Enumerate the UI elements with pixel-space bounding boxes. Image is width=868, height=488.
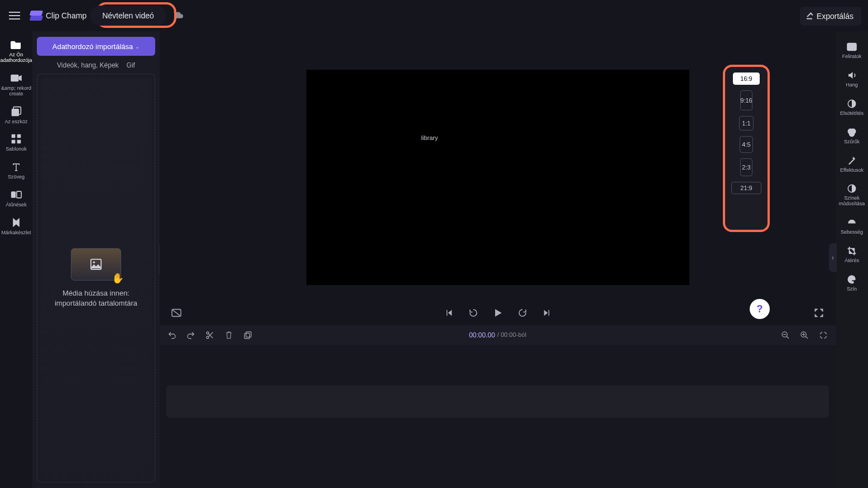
project-title-input[interactable]: Névtelen videó (90, 6, 166, 26)
sidebar-item-tools[interactable]: Az eszköz (0, 103, 32, 128)
sidebar-item-label: Átűnések (6, 202, 27, 208)
right-sidebar: › Feliratok Hang Elsötétítés Szűrők Effe… (836, 31, 868, 488)
sidebar-item-label: Az eszköz (4, 119, 27, 125)
sidebar-item-record[interactable]: &amp; rekord create (0, 69, 32, 100)
menu-button[interactable] (4, 6, 25, 26)
captions-icon (846, 41, 858, 52)
timeline-time-display: 00:00.00 / 00:00-ból (469, 331, 526, 339)
app-logo-icon (30, 11, 42, 21)
speaker-icon (846, 70, 858, 81)
svg-rect-1 (11, 75, 18, 81)
rsb-label: Hang (846, 83, 858, 88)
dropzone-thumb-icon: ✋ (71, 248, 121, 281)
svg-rect-7 (17, 140, 21, 144)
svg-rect-2 (12, 109, 19, 116)
rsb-label: Effektusok (840, 168, 864, 173)
sidebar-item-brandkit[interactable]: Márkakészlet (0, 214, 32, 239)
filters-icon (846, 127, 858, 138)
export-button[interactable]: Exportálás (800, 7, 861, 26)
speed-icon (846, 217, 858, 228)
aspect-9-16-button[interactable]: 9:16 (740, 90, 752, 110)
tag-icon (10, 217, 22, 228)
svg-rect-8 (11, 191, 16, 198)
sidebar-item-media[interactable]: Az Ön adathordozója (0, 36, 32, 67)
timeline-empty-track[interactable] (166, 385, 829, 418)
rsb-label: Átérés (845, 258, 859, 264)
rsb-item-effects[interactable]: Effektusok (836, 153, 868, 176)
svg-rect-17 (246, 332, 251, 337)
help-button[interactable]: ? (750, 299, 770, 319)
forward-button[interactable] (516, 306, 529, 320)
aspect-16-9-button[interactable]: 16:9 (733, 73, 760, 85)
rsb-item-transform[interactable]: Átérés (836, 243, 868, 266)
svg-rect-5 (17, 134, 21, 138)
folder-icon (10, 39, 22, 50)
skip-end-button[interactable] (540, 306, 554, 320)
hand-icon: ✋ (112, 272, 124, 284)
sidebar-item-text[interactable]: Szöveg (0, 158, 32, 183)
rsb-item-audio[interactable]: Hang (836, 67, 868, 90)
preview-overlay-text: library (421, 134, 438, 141)
sidebar-item-label: Sablonok (6, 147, 27, 152)
sidebar-item-label: Márkakészlet (1, 230, 31, 236)
rsb-item-captions[interactable]: Feliratok (836, 39, 868, 62)
svg-point-29 (850, 131, 855, 136)
aspect-1-1-button[interactable]: 1:1 (739, 116, 754, 131)
media-filter-main[interactable]: Videók, hang, Képek (57, 61, 119, 69)
video-preview[interactable]: library (306, 70, 689, 285)
zoom-in-button[interactable] (799, 330, 810, 341)
grid-icon (10, 133, 22, 144)
media-filter-row: Videók, hang, Képek Gif (37, 61, 155, 69)
redo-button[interactable] (185, 330, 196, 341)
expand-right-panel-button[interactable]: › (829, 243, 837, 272)
sidebar-item-label: &amp; rekord create (1, 86, 31, 97)
svg-line-20 (787, 336, 789, 339)
duplicate-button[interactable] (242, 330, 253, 341)
overlay-toggle-button[interactable] (170, 306, 183, 320)
fit-zoom-button[interactable] (818, 330, 829, 341)
delete-button[interactable] (223, 330, 234, 341)
app-name: Clip Champ (46, 11, 87, 20)
sidebar-item-templates[interactable]: Sablonok (0, 130, 32, 156)
center-area: library (160, 31, 836, 488)
rsb-label: Színek módosítása (839, 196, 865, 207)
play-button[interactable] (491, 306, 505, 320)
svg-rect-25 (847, 44, 856, 51)
contrast-icon (846, 183, 858, 194)
fade-icon (846, 98, 858, 109)
aspect-2-3-button[interactable]: 2:3 (740, 158, 752, 176)
media-dropzone[interactable]: ✋ Média húzása innen: importálandó tarta… (37, 74, 155, 482)
rsb-item-filters[interactable]: Szűrők (836, 124, 868, 147)
aspect-21-9-button[interactable]: 21:9 (731, 182, 761, 194)
split-button[interactable] (204, 330, 215, 341)
crop-icon (846, 245, 858, 257)
palette-icon (846, 274, 858, 285)
import-media-button[interactable]: Adathordozó importálása ⌄ (37, 37, 155, 56)
dropzone-text: Média húzása innen: importálandó tartalo… (55, 288, 137, 308)
sidebar-item-label: Szöveg (8, 175, 25, 180)
zoom-out-button[interactable] (780, 330, 791, 341)
rewind-button[interactable] (467, 306, 480, 320)
sidebar-item-transitions[interactable]: Átűnések (0, 186, 32, 211)
rsb-label: Szűrők (844, 139, 860, 145)
player-controls-bar (160, 301, 836, 325)
svg-rect-16 (244, 334, 250, 339)
aspect-4-5-button[interactable]: 4:5 (740, 136, 753, 153)
undo-button[interactable] (166, 330, 178, 341)
skip-start-button[interactable] (442, 306, 455, 320)
top-bar: Clip Champ Névtelen videó Exportálás (0, 0, 868, 31)
timeline-area[interactable] (160, 345, 836, 488)
rsb-item-adjust-colors[interactable]: Színek módosítása (836, 181, 868, 209)
rsb-item-color[interactable]: Szín (836, 272, 868, 294)
media-filter-gif[interactable]: Gif (127, 61, 135, 69)
rsb-item-fade[interactable]: Elsötétítés (836, 96, 868, 119)
svg-rect-4 (12, 134, 16, 138)
svg-line-13 (173, 310, 180, 316)
rsb-item-speed[interactable]: Sebesség (836, 215, 868, 238)
rsb-label: Szín (847, 287, 857, 292)
svg-line-24 (805, 336, 808, 339)
svg-rect-6 (12, 140, 16, 144)
magic-wand-icon (846, 155, 858, 166)
fullscreen-button[interactable] (812, 306, 826, 320)
total-time: / 00:00-ból (497, 331, 526, 339)
